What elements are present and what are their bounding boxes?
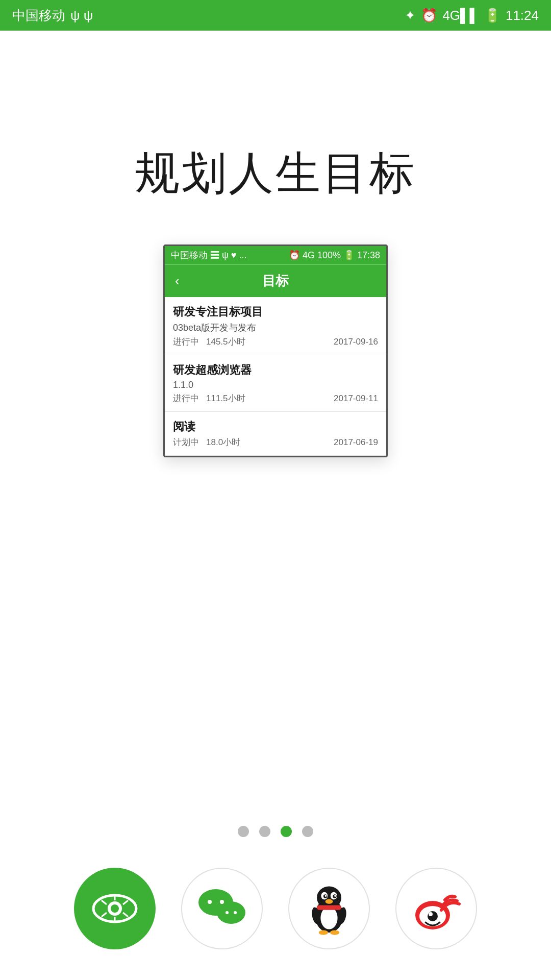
item-meta: 进行中 145.5小时 2017-09-16 [173,336,378,348]
item-meta-left: 计划中 18.0小时 [173,436,240,448]
item-hours: 145.5小时 [206,336,245,348]
item-status: 进行中 [173,393,199,404]
svg-point-32 [428,911,438,921]
eye-icon [92,893,138,924]
mockup-status-right: ⏰ 4G 100% 🔋 17:38 [289,250,380,261]
weibo-button[interactable] [395,868,477,949]
svg-point-27 [330,930,339,935]
usb-icons: ψ ψ [70,8,93,23]
svg-point-22 [325,895,327,897]
mockup-header-title: 目标 [262,272,289,290]
list-item[interactable]: 研发超感浏览器 1.1.0 进行中 111.5小时 2017-09-11 [165,355,386,412]
time-label: 11:24 [506,8,539,23]
pagination-dots [238,826,313,837]
svg-line-6 [123,913,128,917]
svg-point-16 [320,906,337,929]
battery-icon: 🔋 [484,8,500,23]
item-subtitle: 03beta版开发与发布 [173,322,378,334]
list-item[interactable]: 阅读 计划中 18.0小时 2017-06-19 [165,412,386,456]
dot-3-active[interactable] [281,826,292,837]
svg-point-2 [111,904,119,913]
svg-point-23 [334,895,336,897]
wechat-icon [196,888,247,929]
wechat-button[interactable] [181,868,263,949]
carrier-label: 中国移动 [12,7,65,24]
svg-rect-25 [317,905,341,910]
status-right: ✦ ⏰ 4G▌▌ 🔋 11:24 [405,8,539,23]
qq-button[interactable] [288,868,370,949]
dot-1[interactable] [238,826,249,837]
qq-icon [304,878,355,939]
item-subtitle: 1.1.0 [173,380,378,390]
main-content: 规划人生目标 中国移动 ☰ ψ ♥ ... ⏰ 4G 100% 🔋 17:38 … [0,31,551,980]
item-date: 2017-09-11 [334,394,378,404]
status-bar: 中国移动 ψ ψ ✦ ⏰ 4G▌▌ 🔋 11:24 [0,0,551,31]
status-left: 中国移动 ψ ψ [12,7,93,24]
item-title: 研发超感浏览器 [173,362,378,378]
page-title: 规划人生目标 [135,143,416,204]
alarm-icon: ⏰ [421,8,437,23]
bluetooth-icon: ✦ [405,8,416,23]
phone-mockup: 中国移动 ☰ ψ ♥ ... ⏰ 4G 100% 🔋 17:38 ‹ 目标 研发… [163,244,388,457]
svg-point-12 [220,900,224,904]
list-item[interactable]: 研发专注目标项目 03beta版开发与发布 进行中 145.5小时 2017-0… [165,297,386,355]
svg-line-8 [123,900,128,904]
mockup-status-bar: 中国移动 ☰ ψ ♥ ... ⏰ 4G 100% 🔋 17:38 [165,246,386,264]
item-meta-left: 进行中 111.5小时 [173,393,245,404]
item-hours: 18.0小时 [206,436,240,448]
item-hours: 111.5小时 [206,393,245,404]
mockup-back-button[interactable]: ‹ [175,273,180,289]
item-status: 进行中 [173,336,199,348]
svg-point-33 [429,912,433,916]
mockup-list: 研发专注目标项目 03beta版开发与发布 进行中 145.5小时 2017-0… [165,297,386,456]
item-title: 阅读 [173,419,378,434]
item-title: 研发专注目标项目 [173,304,378,320]
svg-line-7 [102,913,107,917]
item-meta: 进行中 111.5小时 2017-09-11 [173,393,378,404]
svg-point-14 [234,911,237,914]
dot-2[interactable] [259,826,270,837]
item-meta-left: 进行中 145.5小时 [173,336,245,348]
svg-point-13 [226,911,229,914]
svg-point-26 [319,930,328,935]
app-icon-button[interactable] [74,868,156,949]
mockup-header: ‹ 目标 [165,264,386,297]
svg-point-10 [217,901,245,924]
signal-icon: 4G▌▌ [442,8,479,23]
dot-4[interactable] [302,826,313,837]
item-date: 2017-09-16 [334,337,378,347]
svg-point-24 [325,899,333,904]
item-meta: 计划中 18.0小时 2017-06-19 [173,436,378,448]
svg-line-5 [102,900,107,904]
item-date: 2017-06-19 [334,437,378,448]
mockup-status-left: 中国移动 ☰ ψ ♥ ... [171,249,247,261]
weibo-icon [408,880,464,937]
item-status: 计划中 [173,436,199,448]
svg-point-11 [208,900,212,904]
bottom-icons [74,868,477,949]
